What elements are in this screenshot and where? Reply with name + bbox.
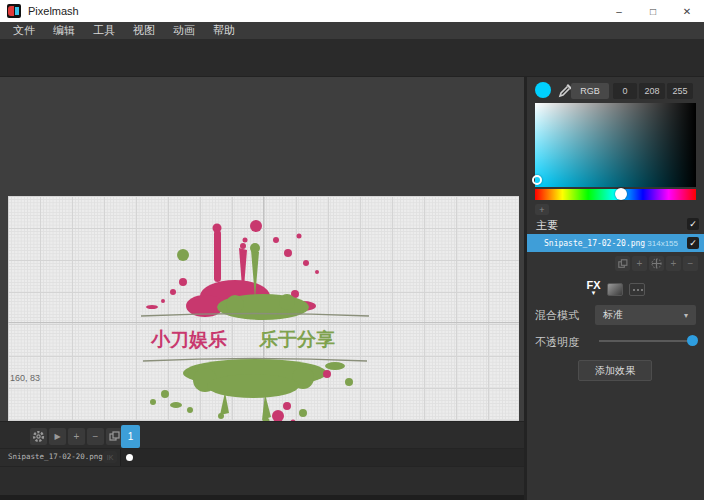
frame-tab-1[interactable]: 1 xyxy=(121,425,140,448)
sv-picker-handle[interactable] xyxy=(532,175,542,185)
timeline-settings-button[interactable] xyxy=(30,428,47,445)
menu-item-view[interactable]: 视图 xyxy=(124,22,164,39)
blend-mode-label: 混合模式 xyxy=(535,308,579,323)
blend-mode-row: 混合模式 标准 ▾ xyxy=(527,305,704,325)
merge-down-button[interactable] xyxy=(649,256,664,271)
timeline-bottom-strip xyxy=(0,495,524,500)
hue-slider[interactable] xyxy=(535,189,696,200)
window-title: Pixelmash xyxy=(28,5,79,17)
red-value-field[interactable]: 0 xyxy=(613,83,637,99)
chevron-down-icon: ▾ xyxy=(684,311,688,320)
add-swatch-button[interactable]: + xyxy=(535,204,549,215)
add-frame-button[interactable]: + xyxy=(68,428,85,445)
main-toolbar: 314 155 xyxy=(0,39,704,77)
delete-layer-button[interactable]: − xyxy=(683,256,698,271)
workspace: 小刀娱乐 乐于分享 xyxy=(0,77,524,421)
timeline-layer-name: Snipaste_17-02-20.png xyxy=(8,452,103,461)
pattern-tab[interactable] xyxy=(629,283,645,296)
keyframe-dot[interactable] xyxy=(126,454,133,461)
close-button[interactable]: ✕ xyxy=(670,0,704,22)
plus-icon: + xyxy=(671,258,677,269)
opacity-slider[interactable] xyxy=(599,340,690,342)
layer-properties-tabs: FX ▼ xyxy=(527,281,704,297)
opacity-slider-handle[interactable] xyxy=(687,335,698,346)
hue-slider-handle[interactable] xyxy=(615,188,627,200)
plus-icon: + xyxy=(637,258,643,269)
cursor-coordinates: 160, 83 xyxy=(10,373,40,383)
pixelmash-window: Pixelmash – □ ✕ 文件 编辑 工具 视图 动画 帮助 xyxy=(0,0,704,500)
art-text-pink: 小刀娱乐 xyxy=(150,328,227,350)
green-value-field[interactable]: 208 xyxy=(639,83,665,99)
pixel-canvas[interactable]: 小刀娱乐 乐于分享 xyxy=(8,196,519,448)
menu-item-help[interactable]: 帮助 xyxy=(204,22,244,39)
layer-visibility-checkbox[interactable]: ✓ xyxy=(687,218,699,230)
menu-item-file[interactable]: 文件 xyxy=(4,22,44,39)
minimize-button[interactable]: – xyxy=(602,0,636,22)
play-button[interactable]: ▶ xyxy=(49,428,66,445)
layer-size-badge: 314x155 xyxy=(647,239,678,248)
merge-icon xyxy=(651,258,662,269)
duplicate-icon xyxy=(109,431,120,442)
menu-item-edit[interactable]: 编辑 xyxy=(44,22,84,39)
fx-tab[interactable]: FX ▼ xyxy=(586,281,600,297)
layer-name: 主要 xyxy=(536,218,558,233)
color-mode-dropdown[interactable]: RGB xyxy=(571,83,609,99)
saturation-value-picker[interactable] xyxy=(535,103,696,187)
layer-row-main[interactable]: 主要 ✓ xyxy=(527,215,704,233)
timeline-panel: ▶ + − 1 Snipaste_17-02-20.png IK xyxy=(0,421,524,500)
blend-mode-dropdown[interactable]: 标准 ▾ xyxy=(595,305,696,325)
splat-artwork: 小刀娱乐 乐于分享 xyxy=(135,210,375,430)
art-text-green: 乐于分享 xyxy=(258,328,335,350)
layer-row-selected[interactable]: Snipaste_17-02-20.png 314x155 ✓ xyxy=(527,234,704,252)
timeline-layer-row[interactable]: Snipaste_17-02-20.png IK xyxy=(0,449,524,466)
timeline-track[interactable] xyxy=(120,449,524,466)
duplicate-icon xyxy=(618,259,628,269)
layer-visibility-checkbox[interactable]: ✓ xyxy=(687,237,699,249)
menu-item-animation[interactable]: 动画 xyxy=(164,22,204,39)
gear-icon xyxy=(32,430,45,443)
timeline-separator-2 xyxy=(0,466,524,467)
minus-icon: − xyxy=(93,431,99,442)
duplicate-layer-button[interactable] xyxy=(615,256,630,271)
add-layer-button[interactable]: + xyxy=(666,256,681,271)
blend-mode-value: 标准 xyxy=(603,308,623,322)
titlebar: Pixelmash – □ ✕ xyxy=(0,0,704,22)
plus-icon: + xyxy=(74,431,80,442)
blue-value-field[interactable]: 255 xyxy=(667,83,693,99)
play-icon: ▶ xyxy=(54,432,60,441)
opacity-row: 不透明度 xyxy=(527,332,704,350)
app-logo-icon xyxy=(7,4,21,18)
layer-name: Snipaste_17-02-20.png xyxy=(544,239,645,248)
add-group-button[interactable]: + xyxy=(632,256,647,271)
add-effect-button[interactable]: 添加效果 xyxy=(578,360,652,381)
opacity-label: 不透明度 xyxy=(535,335,579,350)
maximize-button[interactable]: □ xyxy=(636,0,670,22)
minus-icon: − xyxy=(688,258,694,269)
right-panel: RGB 0 208 255 + 主要 ✓ Snipaste_17-02-20.p… xyxy=(527,77,704,500)
gradient-tab[interactable] xyxy=(607,283,623,296)
current-color-swatch[interactable] xyxy=(535,82,551,98)
menu-item-tools[interactable]: 工具 xyxy=(84,22,124,39)
remove-frame-button[interactable]: − xyxy=(87,428,104,445)
menubar: 文件 编辑 工具 视图 动画 帮助 xyxy=(0,22,704,39)
ik-button[interactable]: IK xyxy=(103,451,117,463)
